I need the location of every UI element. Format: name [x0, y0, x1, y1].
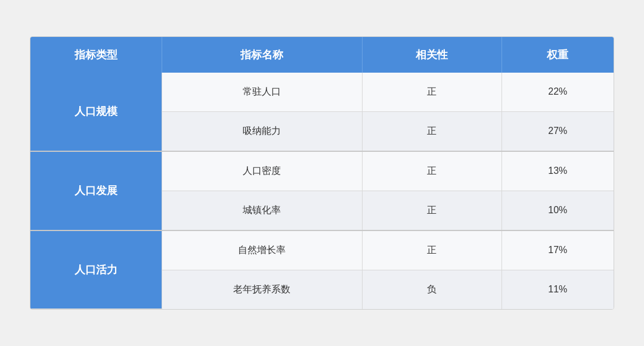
indicator-weight: 10%	[501, 191, 614, 230]
indicator-weight: 27%	[501, 111, 614, 151]
category-cell-2: 人口活力	[30, 230, 162, 309]
main-table-wrapper: 指标类型 指标名称 相关性 权重 人口规模常驻人口正22%吸纳能力正27%人口发…	[30, 36, 614, 310]
table-row: 人口发展人口密度正13%	[30, 151, 614, 191]
indicator-name: 自然增长率	[162, 230, 363, 270]
indicator-correlation: 正	[363, 73, 501, 112]
table-row: 人口活力自然增长率正17%	[30, 230, 614, 270]
indicator-correlation: 负	[363, 270, 501, 309]
indicator-name: 吸纳能力	[162, 111, 363, 151]
table-row: 人口规模常驻人口正22%	[30, 73, 614, 112]
indicator-weight: 17%	[501, 230, 614, 270]
col-header-name: 指标名称	[162, 37, 363, 73]
indicator-name: 老年抚养系数	[162, 270, 363, 309]
indicator-name: 常驻人口	[162, 73, 363, 112]
col-header-weight: 权重	[501, 37, 614, 73]
table-header-row: 指标类型 指标名称 相关性 权重	[30, 37, 614, 73]
category-cell-1: 人口发展	[30, 151, 162, 230]
indicator-name: 城镇化率	[162, 191, 363, 230]
indicator-weight: 11%	[501, 270, 614, 309]
indicator-correlation: 正	[363, 230, 501, 270]
category-cell-0: 人口规模	[30, 73, 162, 151]
data-table: 指标类型 指标名称 相关性 权重 人口规模常驻人口正22%吸纳能力正27%人口发…	[30, 37, 614, 310]
indicator-correlation: 正	[363, 111, 501, 151]
indicator-correlation: 正	[363, 151, 501, 191]
indicator-name: 人口密度	[162, 151, 363, 191]
indicator-weight: 13%	[501, 151, 614, 191]
col-header-type: 指标类型	[30, 37, 162, 73]
indicator-correlation: 正	[363, 191, 501, 230]
col-header-correlation: 相关性	[363, 37, 501, 73]
indicator-weight: 22%	[501, 73, 614, 112]
